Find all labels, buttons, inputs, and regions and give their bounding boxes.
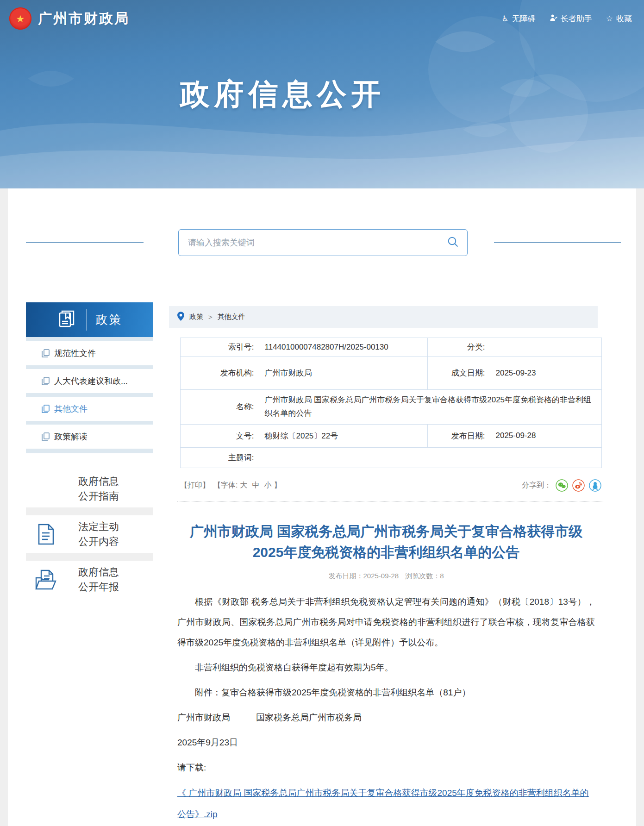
written-date-value: 2025-09-23: [486, 357, 602, 390]
publish-date-meta: 2025-09-28: [363, 572, 399, 580]
search-button[interactable]: [438, 236, 467, 250]
category-value: [486, 338, 602, 357]
doc-copy-icon: [42, 349, 50, 357]
decor-line-left: [26, 242, 144, 243]
search-section: [8, 188, 636, 256]
sidebar-menu: 规范性文件 人大代表建议和政... 其他文件: [26, 337, 153, 453]
accessibility-icon: ♿: [502, 15, 509, 23]
breadcrumb: 政策 > 其他文件: [169, 306, 598, 328]
main-content: 政策 > 其他文件 索引号: 11440100007482807H/2025-0…: [169, 302, 603, 826]
location-pin-icon: [177, 312, 184, 322]
breadcrumb-separator: >: [208, 313, 213, 321]
sidebar: 政策 规范性文件 人大代表建议和政...: [26, 302, 153, 826]
elder-assist-icon: [550, 14, 557, 23]
sidebar-item-other-documents[interactable]: 其他文件: [26, 397, 153, 421]
font-size-suffix: 】: [274, 481, 281, 490]
divider: [66, 521, 66, 547]
paragraph: 根据《财政部 税务总局关于非营利组织免税资格认定管理有关问题的通知》（财税〔20…: [177, 592, 595, 653]
doc-copy-icon: [42, 405, 50, 413]
search-box: [178, 229, 468, 256]
paragraph: 非营利组织的免税资格自获得年度起有效期为5年。: [177, 657, 595, 678]
content-panel: 政策 规范性文件 人大代表建议和政...: [8, 188, 636, 826]
sidebar-header-policy[interactable]: 政策: [26, 302, 153, 337]
hero-banner: ★ 广州市财政局 ♿ 无障碍 长者助手 ☆ 收藏 政府信息公开: [0, 0, 644, 188]
dotted-divider: [177, 501, 604, 501]
sidebar-box-annual-report[interactable]: 政府信息 公开年报: [26, 561, 153, 598]
share-label: 分享到：: [522, 481, 551, 490]
policy-book-icon: [56, 309, 77, 331]
sidebar-item-npc-suggestions[interactable]: 人大代表建议和政...: [26, 369, 153, 393]
wechat-share-icon[interactable]: [556, 479, 568, 492]
keywords-label: 主题词:: [181, 447, 255, 468]
qq-share-icon[interactable]: [589, 479, 601, 492]
breadcrumb-current: 其他文件: [218, 313, 245, 321]
font-size-large[interactable]: 大: [240, 481, 247, 490]
print-button[interactable]: 【打印】: [180, 481, 210, 490]
signature-org-left: 广州市财政局: [177, 713, 230, 722]
attachment-download-link[interactable]: 《 广州市财政局 国家税务总局广州市税务局关于复审合格获得市级2025年度免税资…: [177, 788, 589, 819]
signature-date: 2025年9月23日: [177, 732, 595, 753]
decor-line-right: [494, 242, 621, 243]
publish-date-value: 2025-09-28: [486, 424, 602, 447]
site-name: 广州市财政局: [38, 9, 130, 28]
index-label: 索引号:: [181, 338, 255, 357]
font-size-prefix: 【字体:: [213, 481, 238, 490]
sidebar-box-disclosure-guide[interactable]: 政府信息 公开指南: [26, 470, 153, 507]
font-size-small[interactable]: 小: [264, 481, 271, 490]
paragraph: 附件：复审合格获得市级2025年度免税资格的非营利组织名单（81户）: [177, 682, 595, 703]
favorite-star-icon: ☆: [606, 15, 613, 23]
publish-date-meta-label: 发布日期：: [328, 572, 363, 580]
sidebar-item-policy-interpretation[interactable]: 政策解读: [26, 425, 153, 449]
doc-copy-icon: [42, 432, 50, 441]
signature-line: 广州市财政局国家税务总局广州市税务局: [177, 707, 595, 728]
publisher-label: 发布机构:: [181, 357, 255, 390]
page-title: 政府信息公开: [0, 74, 605, 114]
article-meta: 发布日期：2025-09-28浏览次数：8: [169, 572, 603, 581]
written-date-label: 成文日期:: [428, 357, 486, 390]
download-label: 请下载:: [177, 757, 595, 778]
folder-report-icon: [26, 568, 66, 592]
publish-date-label: 发布日期:: [428, 424, 486, 447]
sidebar-item-normative-documents[interactable]: 规范性文件: [26, 341, 153, 365]
favorite-link[interactable]: ☆ 收藏: [606, 13, 632, 24]
doc-number-value: 穗财综〔2025〕22号: [255, 424, 428, 447]
doc-copy-icon: [42, 377, 50, 385]
index-value: 11440100007482807H/2025-00130: [255, 338, 428, 357]
attachment-row: 《 广州市财政局 国家税务总局广州市税务局关于复审合格获得市级2025年度免税资…: [177, 782, 595, 825]
search-icon: [447, 236, 459, 250]
article-body: 根据《财政部 税务总局关于非营利组织免税资格认定管理有关问题的通知》（财税〔20…: [177, 592, 595, 825]
article-toolbar: 【打印】 【字体: 大 中 小 】 分享到：: [180, 479, 601, 492]
breadcrumb-policy[interactable]: 政策: [189, 313, 203, 321]
divider: [66, 476, 66, 502]
divider: [86, 309, 87, 331]
font-size-medium[interactable]: 中: [252, 481, 259, 490]
accessibility-link[interactable]: ♿ 无障碍: [502, 13, 536, 24]
keywords-value: [255, 447, 602, 468]
elder-assist-link[interactable]: 长者助手: [550, 13, 592, 24]
doc-number-label: 文号:: [181, 424, 255, 447]
top-links: ♿ 无障碍 长者助手 ☆ 收藏: [502, 13, 632, 24]
site-brand[interactable]: ★ 广州市财政局: [9, 7, 130, 30]
weibo-share-icon[interactable]: [572, 479, 585, 492]
national-emblem-icon: ★: [9, 7, 31, 30]
search-input[interactable]: [179, 230, 438, 256]
signature-org-right: 国家税务总局广州市税务局: [256, 713, 362, 722]
article-title: 广州市财政局 国家税务总局广州市税务局关于复审合格获得市级2025年度免税资格的…: [185, 521, 588, 563]
document-meta-table: 索引号: 11440100007482807H/2025-00130 分类: 发…: [180, 338, 602, 468]
views-label: 浏览次数：: [405, 572, 440, 580]
publisher-value: 广州市财政局: [255, 357, 428, 390]
name-label: 名称:: [181, 390, 255, 425]
document-icon: [26, 523, 66, 546]
category-label: 分类:: [428, 338, 486, 357]
name-value: 广州市财政局 国家税务总局广州市税务局关于复审合格获得市级2025年度免税资格的…: [255, 390, 602, 425]
top-bar: ★ 广州市财政局 ♿ 无障碍 长者助手 ☆ 收藏: [0, 0, 644, 37]
sidebar-box-statutory-disclosure[interactable]: 法定主动 公开内容: [26, 515, 153, 553]
views-count: 8: [440, 572, 444, 580]
divider: [66, 567, 66, 593]
sidebar-boxes: 政府信息 公开指南 法定主动 公开内容: [26, 470, 153, 598]
